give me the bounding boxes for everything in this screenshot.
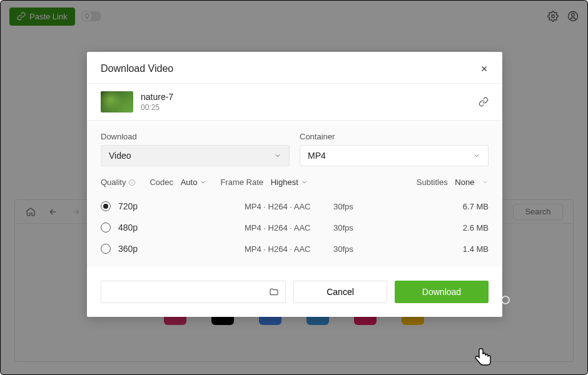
- quality-option[interactable]: 480p MP4 · H264 · AAC 30fps 2.6 MB: [101, 217, 489, 238]
- download-modal: Download Video nature-7 00:25 Download V…: [87, 52, 502, 317]
- container-select[interactable]: MP4: [300, 145, 489, 166]
- subtitles-filter[interactable]: Subtitles None: [417, 178, 489, 187]
- quality-codec: MP4 · H264 · AAC: [245, 244, 326, 254]
- modal-title: Download Video: [101, 63, 173, 74]
- video-duration: 00:25: [141, 103, 173, 112]
- chevron-down-icon: [473, 152, 480, 159]
- quality-resolution: 360p: [118, 244, 237, 254]
- radio-icon: [101, 244, 111, 254]
- chevron-down-icon: [274, 152, 281, 159]
- cancel-button[interactable]: Cancel: [293, 281, 387, 303]
- quality-option[interactable]: 720p MP4 · H264 · AAC 30fps 6.7 MB: [101, 196, 489, 217]
- quality-size: 6.7 MB: [397, 202, 489, 211]
- download-button[interactable]: Download: [395, 281, 489, 303]
- framerate-filter[interactable]: Frame Rate Highest: [220, 178, 307, 187]
- radio-icon: [101, 201, 111, 211]
- quality-size: 1.4 MB: [397, 244, 489, 254]
- chevron-down-icon: [200, 179, 206, 186]
- copy-link-button[interactable]: [479, 97, 489, 107]
- download-type-label: Download: [101, 132, 290, 141]
- quality-resolution: 720p: [118, 201, 237, 211]
- video-name: nature-7: [141, 92, 173, 102]
- quality-fps: 30fps: [333, 223, 390, 232]
- quality-resolution: 480p: [118, 222, 237, 232]
- chevron-down-icon: [301, 179, 308, 186]
- quality-size: 2.6 MB: [397, 223, 489, 232]
- folder-icon: [269, 287, 279, 297]
- quality-option[interactable]: 360p MP4 · H264 · AAC 30fps 1.4 MB: [101, 238, 489, 259]
- save-path-input[interactable]: [101, 281, 286, 303]
- info-icon: [128, 179, 136, 186]
- chevron-down-icon: [482, 179, 489, 186]
- quality-codec: MP4 · H264 · AAC: [245, 223, 326, 232]
- quality-codec: MP4 · H264 · AAC: [245, 202, 326, 211]
- quality-filter[interactable]: Quality: [101, 178, 136, 187]
- download-type-select[interactable]: Video: [101, 145, 290, 166]
- quality-fps: 30fps: [333, 244, 390, 254]
- container-label: Container: [300, 132, 489, 141]
- link-icon: [479, 97, 489, 107]
- quality-fps: 30fps: [333, 202, 390, 211]
- close-button[interactable]: [480, 64, 489, 73]
- radio-icon: [101, 222, 111, 232]
- video-thumbnail: [101, 91, 133, 112]
- close-icon: [480, 64, 489, 73]
- codec-filter[interactable]: Codec Auto: [150, 178, 206, 187]
